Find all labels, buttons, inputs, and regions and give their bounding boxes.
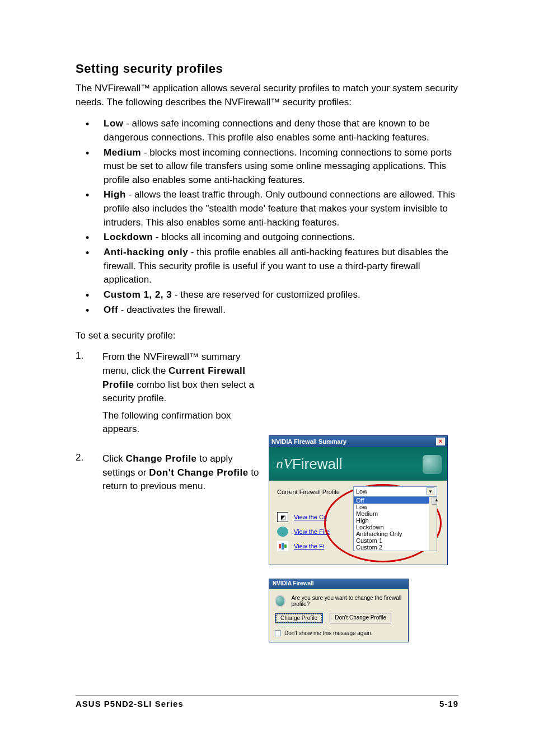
section-heading: Setting security profiles <box>76 62 458 76</box>
list-item: Anti-hacking only - this profile enables… <box>80 246 458 287</box>
footer-left: ASUS P5ND2-SLI Series <box>76 699 184 708</box>
profile-selected-value: Low <box>356 488 367 495</box>
change-profile-button[interactable]: Change Profile <box>275 613 323 623</box>
dropdown-option[interactable]: Lockdown <box>354 524 437 530</box>
chart-icon <box>277 541 288 551</box>
link-view-3[interactable]: View the Fi <box>294 543 324 550</box>
profile-dropdown[interactable]: OffLowMediumHighLockdownAntihacking Only… <box>353 496 437 551</box>
profile-combobox[interactable]: Low ▼ <box>353 486 437 496</box>
list-item: Lockdown - blocks all incoming and outgo… <box>80 231 458 245</box>
dropdown-option[interactable]: Low <box>354 504 437 510</box>
log-icon: ◩ <box>277 512 288 522</box>
dont-show-checkbox[interactable] <box>275 630 281 636</box>
step-text: From the NVFirewall™ summary menu, click… <box>102 350 265 440</box>
chevron-down-icon[interactable]: ▼ <box>427 487 434 495</box>
globe-icon <box>277 527 288 537</box>
shield-icon <box>275 595 285 607</box>
intro-paragraph: The NVFirewall™ application allows sever… <box>76 82 458 109</box>
dropdown-option[interactable]: Custom 2 <box>354 544 437 551</box>
list-item: Medium - blocks most incoming connection… <box>80 146 458 187</box>
profiles-list: Low - allows safe incoming connections a… <box>80 117 458 317</box>
dropdown-option[interactable]: Medium <box>354 510 437 517</box>
firewall-summary-window: NVIDIA Firewall Summary × nVFirewall Cur… <box>269 435 448 565</box>
window-title: NVIDIA Firewall Summary <box>271 438 346 445</box>
step-text: Click Change Profile to apply settings o… <box>102 452 265 497</box>
step-number: 1. <box>76 350 102 440</box>
dialog-message: Are you sure you want to change the fire… <box>291 595 402 607</box>
list-item: Off - deactivates the firewall. <box>80 303 458 317</box>
footer-right: 5-19 <box>439 699 458 708</box>
figures-area: NVIDIA Firewall Summary × nVFirewall Cur… <box>269 435 459 642</box>
shield-icon <box>423 455 442 474</box>
list-item: Custom 1, 2, 3 - these are reserved for … <box>80 288 458 302</box>
confirmation-dialog: NVIDIA Firewall Are you sure you want to… <box>269 579 409 642</box>
profile-term: Low <box>104 118 124 129</box>
dropdown-option[interactable]: High <box>354 517 437 524</box>
dropdown-option[interactable]: Off <box>354 497 437 504</box>
banner-logo-prefix: nV <box>276 456 292 472</box>
window-banner: nVFirewall <box>269 447 447 481</box>
link-view-1[interactable]: View the Cu <box>294 514 327 520</box>
profile-term: Anti-hacking only <box>104 247 188 257</box>
list-item: Low - allows safe incoming connections a… <box>80 117 458 144</box>
close-icon[interactable]: × <box>436 438 445 445</box>
step-number: 2. <box>76 452 102 497</box>
dropdown-option[interactable]: Custom 1 <box>354 537 437 544</box>
banner-logo-text: Firewall <box>292 456 343 473</box>
scroll-up-icon[interactable]: ▲ <box>432 497 437 505</box>
dropdown-option[interactable]: Antihacking Only <box>354 530 437 537</box>
step-row: 1.From the NVFirewall™ summary menu, cli… <box>76 350 458 440</box>
steps-intro: To set a security profile: <box>76 330 458 341</box>
dont-show-label: Don't show me this message again. <box>284 630 373 636</box>
page-footer: ASUS P5ND2-SLI Series 5-19 <box>76 695 458 708</box>
window-body: Current Firewall Profile Low ▼ OffLowMed… <box>269 481 447 565</box>
profile-term: Medium <box>104 147 141 158</box>
scrollbar[interactable]: ▲ <box>429 497 437 551</box>
profile-term: Off <box>104 304 118 315</box>
window-titlebar[interactable]: NVIDIA Firewall Summary × <box>269 436 447 447</box>
link-view-2[interactable]: View the Fire <box>294 528 330 535</box>
profile-term: Lockdown <box>104 232 153 242</box>
profile-term: Custom 1, 2, 3 <box>104 289 172 300</box>
dialog-titlebar[interactable]: NVIDIA Firewall <box>269 579 408 589</box>
dont-change-profile-button[interactable]: Don't Change Profile <box>330 613 391 623</box>
profile-term: High <box>104 189 126 200</box>
list-item: High - allows the least traffic through.… <box>80 188 458 229</box>
